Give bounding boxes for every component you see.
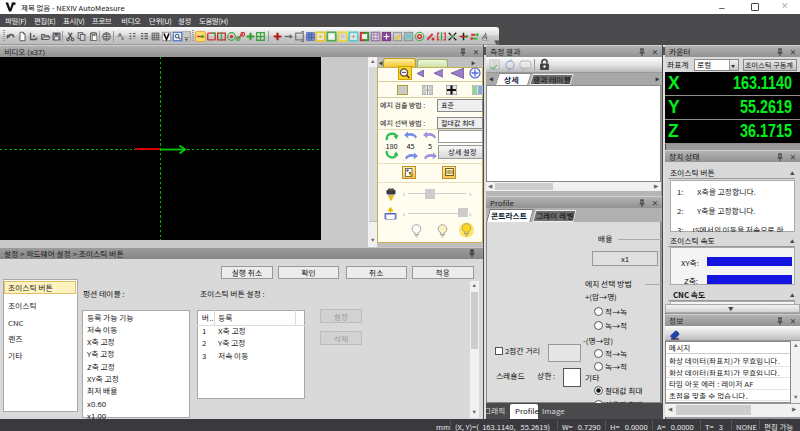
svg-text:a: a [121, 35, 124, 41]
